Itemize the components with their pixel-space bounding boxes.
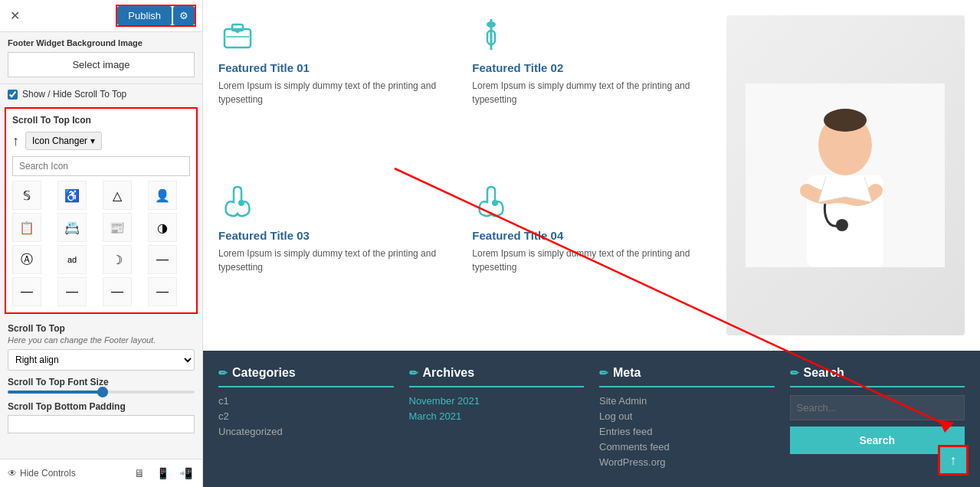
hide-controls-button[interactable]: 👁 Hide Controls [8, 468, 76, 479]
show-hide-checkbox[interactable] [8, 90, 18, 100]
icon-cell[interactable]: 📰 [103, 213, 132, 242]
scroll-to-top-label: Scroll To Top [8, 323, 195, 334]
features-grid: Featured Title 01 Lorem Ipsum is simply … [203, 0, 980, 351]
doctor-image [726, 15, 965, 335]
align-select[interactable]: Right align Left align Center align [8, 349, 195, 371]
icon-changer-button[interactable]: Icon Changer ▾ [25, 132, 102, 150]
site-footer: ✏ Categories c1 c2 Uncategorized ✏ Archi… [203, 351, 980, 487]
mobile-icon[interactable]: 📲 [176, 464, 195, 482]
scroll-to-top-button[interactable]: ↑ [938, 445, 969, 476]
icon-changer-label: Icon Changer [32, 136, 87, 146]
feature-icon-03 [218, 183, 257, 221]
icon-cell[interactable]: △ [103, 181, 132, 210]
icon-cell[interactable]: 👤 [148, 181, 177, 210]
svg-point-5 [487, 21, 496, 28]
show-hide-row: Show / Hide Scroll To Top [0, 84, 202, 104]
feature-text-04: Lorem Ipsum is simply dummy text of the … [472, 247, 710, 274]
desktop-icon[interactable]: 🖥 [130, 464, 149, 482]
meta-link-entries-feed[interactable]: Entries feed [599, 426, 775, 437]
left-panel: ✕ Publish ⚙ Footer Widget Background Ima… [0, 0, 203, 487]
close-button[interactable]: ✕ [6, 8, 23, 25]
scroll-top-settings: Scroll To Top Here you can change the Fo… [0, 317, 202, 440]
icon-cell[interactable]: ♿ [57, 181, 87, 210]
categories-title: ✏ Categories [218, 366, 394, 387]
svg-point-13 [238, 200, 244, 206]
top-bar: ✕ Publish ⚙ [0, 0, 202, 32]
feature-icon-02 [472, 15, 510, 54]
archive-link-nov2021[interactable]: November 2021 [409, 395, 585, 407]
footer-search-input[interactable] [790, 395, 965, 420]
publish-group: Publish ⚙ [116, 5, 196, 27]
feature-title-01: Featured Title 01 [218, 61, 457, 74]
main-area: Featured Title 01 Lorem Ipsum is simply … [203, 0, 980, 487]
bg-image-section: Footer Widget Background Image Select im… [0, 32, 202, 84]
icon-cell[interactable]: ◑ [148, 213, 177, 242]
edit-icon-meta: ✏ [599, 367, 608, 379]
chevron-down-icon: ▾ [90, 136, 95, 146]
footer-archives: ✏ Archives November 2021 March 2021 [409, 366, 585, 472]
font-size-label: Scroll To Top Font Size [8, 377, 195, 387]
svg-point-11 [836, 219, 848, 231]
scroll-top-icon-section: Scroll To Top Icon ↑ Icon Changer ▾ 𝕊 ♿ … [5, 107, 198, 314]
toolbar-icons: 🖥 📱 📲 [130, 464, 195, 482]
padding-input[interactable] [8, 415, 195, 433]
layout-desc: Here you can change the Footer layout. [8, 335, 195, 345]
bg-image-title: Footer Widget Background Image [8, 38, 195, 47]
search-title: ✏ Search [790, 366, 965, 387]
category-link-c2[interactable]: c2 [218, 410, 394, 422]
icon-cell[interactable]: 📇 [57, 213, 87, 242]
select-image-button[interactable]: Select image [8, 52, 195, 77]
feature-item-02: Featured Title 02 Lorem Ipsum is simply … [472, 15, 710, 168]
icon-cell[interactable]: — [148, 245, 177, 274]
tablet-icon[interactable]: 📱 [153, 464, 172, 482]
icon-cell[interactable]: — [103, 277, 132, 306]
icon-cell[interactable]: ☽ [103, 245, 132, 274]
feature-title-03: Featured Title 03 [218, 229, 457, 242]
icon-cell[interactable]: — [57, 277, 87, 306]
scroll-top-icon-title: Scroll To Top Icon [12, 115, 190, 126]
meta-title: ✏ Meta [599, 366, 775, 387]
font-size-slider[interactable] [8, 391, 195, 394]
category-link-uncategorized[interactable]: Uncategorized [218, 426, 394, 437]
svg-point-14 [492, 200, 498, 206]
padding-label: Scroll Top Bottom Padding [8, 401, 195, 412]
search-icon-input[interactable] [12, 156, 190, 176]
archive-link-mar2021[interactable]: March 2021 [409, 410, 585, 422]
feature-icon-04 [472, 183, 510, 221]
feature-item-04: Featured Title 04 Lorem Ipsum is simply … [472, 183, 710, 335]
eye-icon: 👁 [8, 468, 17, 479]
feature-text-01: Lorem Ipsum is simply dummy text of the … [218, 79, 457, 106]
footer-categories: ✏ Categories c1 c2 Uncategorized [218, 366, 394, 472]
icon-cell[interactable]: — [12, 277, 41, 306]
icon-cell[interactable]: 📋 [12, 213, 41, 242]
feature-title-02: Featured Title 02 [472, 61, 710, 74]
icon-cell[interactable]: 𝕊 [12, 181, 41, 210]
hide-controls-label: Hide Controls [20, 468, 76, 479]
edit-icon-archives: ✏ [409, 367, 418, 379]
feature-item-03: Featured Title 03 Lorem Ipsum is simply … [218, 183, 457, 335]
footer-meta: ✏ Meta Site Admin Log out Entries feed C… [599, 366, 775, 472]
bottom-toolbar: 👁 Hide Controls 🖥 📱 📲 [0, 459, 202, 487]
category-link-c1[interactable]: c1 [218, 395, 394, 407]
publish-button[interactable]: Publish [117, 6, 172, 25]
gear-button[interactable]: ⚙ [173, 6, 195, 25]
icon-cell[interactable]: ad [57, 245, 87, 274]
meta-link-logout[interactable]: Log out [599, 410, 775, 422]
edit-icon-categories: ✏ [218, 367, 228, 379]
icon-grid: 𝕊 ♿ △ 👤 📋 📇 📰 ◑ Ⓐ ad ☽ — — — — — [12, 181, 190, 306]
meta-link-wordpress[interactable]: WordPress.org [599, 456, 775, 468]
current-icon-display: ↑ [12, 133, 19, 149]
feature-text-03: Lorem Ipsum is simply dummy text of the … [218, 247, 457, 274]
show-hide-label: Show / Hide Scroll To Top [22, 89, 126, 100]
meta-link-comments-feed[interactable]: Comments feed [599, 441, 775, 453]
feature-icon-01 [218, 15, 257, 54]
feature-text-02: Lorem Ipsum is simply dummy text of the … [472, 79, 710, 106]
main-wrapper: Featured Title 01 Lorem Ipsum is simply … [203, 0, 980, 487]
svg-point-3 [235, 28, 240, 33]
icon-changer-row: ↑ Icon Changer ▾ [12, 132, 190, 150]
feature-item-01: Featured Title 01 Lorem Ipsum is simply … [218, 15, 457, 168]
icon-cell[interactable]: Ⓐ [12, 245, 41, 274]
icon-cell[interactable]: — [148, 277, 177, 306]
meta-link-siteadmin[interactable]: Site Admin [599, 395, 775, 407]
edit-icon-search: ✏ [790, 367, 799, 379]
